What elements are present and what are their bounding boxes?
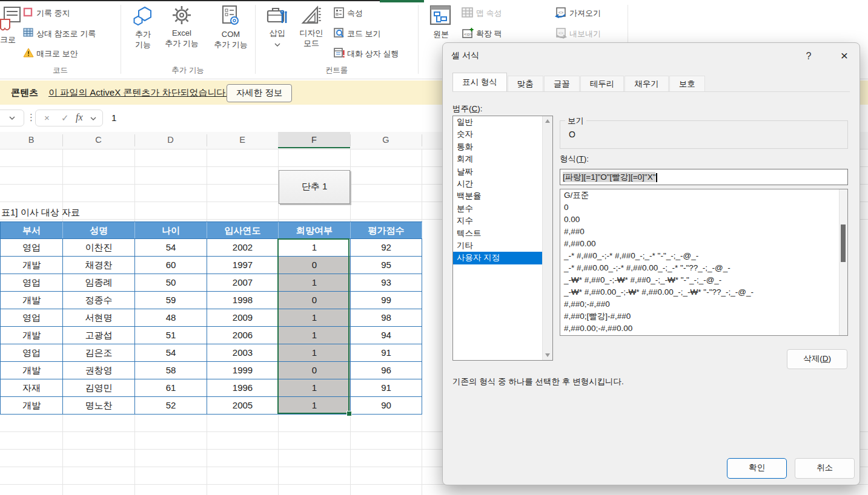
formula-cancel-icon[interactable]: × bbox=[44, 113, 50, 123]
cancel-button[interactable]: 취소 bbox=[795, 458, 855, 479]
category-item[interactable]: 시간 bbox=[453, 178, 542, 190]
table-cell[interactable]: 1996 bbox=[207, 379, 279, 396]
table-cell[interactable]: 51 bbox=[135, 327, 207, 344]
com-addins-button[interactable]: COM 추가 기능 bbox=[207, 5, 254, 50]
category-item[interactable]: 숫자 bbox=[453, 128, 542, 140]
table-cell[interactable]: 이찬진 bbox=[63, 239, 135, 256]
column-header-C[interactable]: C bbox=[62, 132, 134, 148]
table-cell[interactable]: 영업 bbox=[1, 344, 63, 361]
table-cell[interactable]: 2003 bbox=[207, 344, 279, 361]
category-item[interactable]: 일반 bbox=[453, 116, 542, 128]
tab-표시-형식[interactable]: 표시 형식 bbox=[452, 73, 507, 91]
addins-button[interactable]: 추가 기능 bbox=[127, 5, 159, 50]
table-cell[interactable]: 1 bbox=[279, 309, 351, 326]
table-header-cell[interactable]: 나이 bbox=[135, 222, 207, 238]
category-item[interactable]: 통화 bbox=[453, 141, 542, 153]
table-cell[interactable]: 1 bbox=[279, 239, 351, 256]
tab-보호[interactable]: 보호 bbox=[669, 76, 705, 91]
table-cell[interactable]: 59 bbox=[135, 292, 207, 309]
table-cell[interactable]: 1997 bbox=[207, 257, 279, 274]
table-cell[interactable]: 서현명 bbox=[63, 309, 135, 326]
table-cell[interactable]: 94 bbox=[351, 327, 422, 344]
table-cell[interactable]: 96 bbox=[351, 362, 422, 379]
table-cell[interactable]: 1 bbox=[279, 274, 351, 291]
table-cell[interactable]: 0 bbox=[279, 362, 351, 379]
table-cell[interactable]: 60 bbox=[135, 257, 207, 274]
table-cell[interactable]: 90 bbox=[351, 397, 422, 414]
table-cell[interactable]: 자재 bbox=[1, 379, 63, 396]
scroll-down-icon[interactable] bbox=[545, 353, 550, 357]
column-header-G[interactable]: G bbox=[350, 132, 422, 148]
table-header-cell[interactable]: 평가점수 bbox=[351, 222, 422, 238]
tab-테두리[interactable]: 테두리 bbox=[580, 76, 624, 91]
format-code-input[interactable]: [파랑][=1]"O"[빨강][=0]"X" bbox=[560, 169, 848, 185]
format-scrollbar[interactable] bbox=[839, 189, 847, 335]
table-cell[interactable]: 2007 bbox=[207, 274, 279, 291]
table-cell[interactable]: 93 bbox=[351, 274, 422, 291]
column-header-E[interactable]: E bbox=[207, 132, 278, 148]
tab-맞춤[interactable]: 맞춤 bbox=[508, 76, 543, 91]
table-cell[interactable]: 95 bbox=[351, 257, 422, 274]
formula-bar-more-icon[interactable]: ⋮ bbox=[27, 112, 36, 123]
column-header-B[interactable]: B bbox=[0, 132, 62, 148]
table-cell[interactable]: 영업 bbox=[1, 274, 63, 291]
column-header-F[interactable]: F bbox=[278, 132, 350, 148]
column-header-D[interactable]: D bbox=[134, 132, 207, 148]
formula-enter-icon[interactable]: ✓ bbox=[61, 113, 69, 123]
more-info-button[interactable]: 자세한 정보 bbox=[227, 84, 292, 102]
table-cell[interactable]: 개발 bbox=[1, 292, 63, 309]
category-item[interactable]: 회계 bbox=[453, 153, 542, 165]
table-cell[interactable]: 1998 bbox=[207, 292, 279, 309]
format-list-item[interactable]: _-₩* #,##0.00_-;-₩* #,##0.00_-;_-₩* "-"?… bbox=[560, 286, 847, 298]
table-cell[interactable]: 50 bbox=[135, 274, 207, 291]
category-item[interactable]: 분수 bbox=[453, 203, 542, 215]
format-list-item[interactable]: #,##0;[빨강]-#,##0 bbox=[560, 310, 847, 323]
table-cell[interactable]: 개발 bbox=[1, 397, 63, 414]
form-button[interactable]: 단추 1 bbox=[279, 170, 350, 204]
formula-input[interactable]: 1 bbox=[111, 113, 116, 123]
format-list-item[interactable]: 0 bbox=[560, 202, 847, 214]
table-cell[interactable]: 고광섭 bbox=[63, 327, 135, 344]
format-list-item[interactable]: _-* #,##0.00_-;-* #,##0.00_-;_-* "-"??_-… bbox=[560, 262, 847, 274]
table-header-cell[interactable]: 성명 bbox=[63, 222, 135, 238]
insert-function-icon[interactable]: fx bbox=[76, 112, 83, 123]
fill-handle[interactable] bbox=[346, 411, 352, 416]
table-header-cell[interactable]: 부서 bbox=[1, 222, 63, 238]
scroll-up-icon[interactable] bbox=[545, 119, 550, 123]
excel-addins-button[interactable]: Excel 추가 기능 bbox=[160, 5, 204, 48]
table-cell[interactable]: 2005 bbox=[207, 397, 279, 414]
table-cell[interactable]: 52 bbox=[135, 397, 207, 414]
table-cell[interactable]: 1 bbox=[279, 397, 351, 414]
close-icon[interactable]: × bbox=[835, 47, 853, 65]
table-cell[interactable]: 개발 bbox=[1, 362, 63, 379]
table-cell[interactable]: 92 bbox=[351, 239, 422, 256]
security-message-link[interactable]: 이 파일의 ActiveX 콘텐츠가 차단되었습니다. bbox=[48, 87, 228, 99]
format-list-item[interactable]: _-₩* #,##0_-;-₩* #,##0_-;_-₩* "-"_-;_-@_… bbox=[560, 274, 847, 286]
category-item[interactable]: 기타 bbox=[453, 240, 542, 252]
format-list-item[interactable]: #,##0;-#,##0 bbox=[560, 298, 847, 310]
table-header-cell[interactable]: 입사연도 bbox=[207, 222, 279, 238]
format-list-item[interactable]: #,##0 bbox=[560, 226, 847, 238]
table-cell[interactable]: 채경찬 bbox=[63, 257, 135, 274]
insert-control-button[interactable]: 삽입 bbox=[265, 5, 290, 49]
table-cell[interactable]: 김은조 bbox=[63, 344, 135, 361]
table-cell[interactable]: 54 bbox=[135, 239, 207, 256]
table-cell[interactable]: 권창영 bbox=[63, 362, 135, 379]
category-item[interactable]: 텍스트 bbox=[453, 228, 542, 240]
macro-record-button-partial[interactable]: 크로 bbox=[0, 5, 22, 59]
design-mode-button[interactable]: 디자인 모드 bbox=[294, 5, 328, 48]
category-item[interactable]: 날짜 bbox=[453, 166, 542, 178]
table-cell[interactable]: 개발 bbox=[1, 257, 63, 274]
ok-button[interactable]: 확인 bbox=[727, 458, 787, 479]
table-cell[interactable]: 48 bbox=[135, 309, 207, 326]
tab-글꼴[interactable]: 글꼴 bbox=[544, 76, 580, 91]
table-cell[interactable]: 0 bbox=[279, 257, 351, 274]
table-cell[interactable]: 영업 bbox=[1, 239, 63, 256]
table-cell[interactable]: 영업 bbox=[1, 309, 63, 326]
table-cell[interactable]: 명노찬 bbox=[63, 397, 135, 414]
table-cell[interactable]: 91 bbox=[351, 344, 422, 361]
table-cell[interactable]: 58 bbox=[135, 362, 207, 379]
table-cell[interactable]: 98 bbox=[351, 309, 422, 326]
format-list-item[interactable]: #,##0.00 bbox=[560, 238, 847, 250]
help-icon[interactable]: ? bbox=[801, 49, 816, 64]
